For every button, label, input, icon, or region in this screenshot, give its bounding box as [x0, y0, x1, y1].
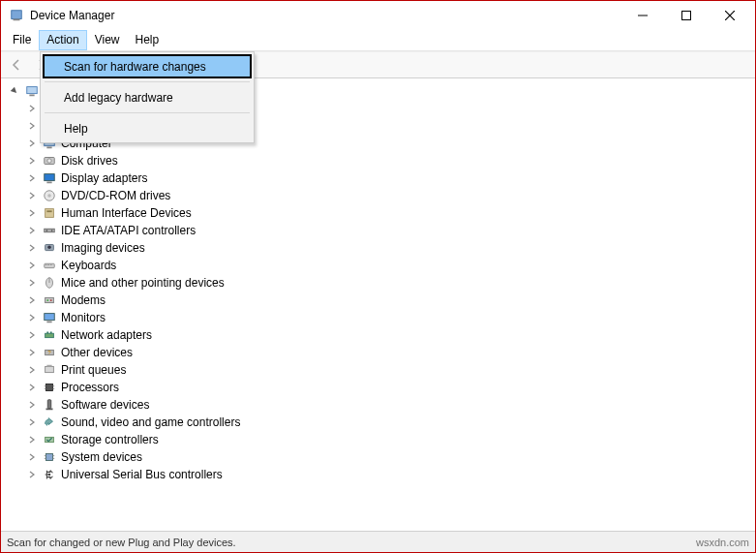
device-category-icon [42, 397, 57, 413]
expander-closed-icon[interactable] [26, 225, 38, 236]
tree-node[interactable]: ?Other devices [24, 344, 755, 361]
tree-node[interactable]: Display adapters [24, 169, 755, 187]
expander-closed-icon[interactable] [26, 172, 38, 184]
tree-node[interactable]: Universal Serial Bus controllers [24, 466, 755, 483]
tree-node[interactable]: Network adapters [24, 326, 755, 344]
tree-node[interactable]: Disk drives [24, 152, 755, 169]
tree-node-label: Storage controllers [61, 433, 159, 446]
tree-node-label: Imaging devices [61, 241, 145, 255]
svg-rect-48 [53, 388, 55, 389]
expander-closed-icon[interactable] [26, 329, 38, 341]
device-category-icon [42, 258, 57, 273]
computer-root-icon [24, 83, 40, 99]
menu-item-help[interactable]: Help [43, 116, 252, 140]
device-category-icon [42, 327, 57, 343]
tree-node-label: System devices [61, 450, 142, 464]
device-category-icon [42, 380, 57, 395]
tree-node-label: Processors [61, 381, 119, 394]
tree-node-label: Universal Serial Bus controllers [61, 468, 223, 481]
tree-node-label: Modems [61, 293, 106, 307]
titlebar: Device Manager [1, 1, 755, 30]
tree-node[interactable]: Print queues [24, 361, 755, 379]
menu-action[interactable]: Action [39, 30, 86, 50]
svg-rect-29 [50, 264, 52, 265]
minimize-button[interactable] [620, 2, 664, 29]
expander-closed-icon[interactable] [26, 190, 38, 201]
device-category-icon: ? [42, 345, 57, 360]
tree-node[interactable]: Imaging devices [24, 239, 755, 257]
tree-node[interactable]: Mice and other pointing devices [24, 274, 755, 292]
maximize-button[interactable] [664, 2, 708, 29]
tree-node[interactable]: System devices [24, 448, 755, 466]
expander-closed-icon[interactable] [26, 207, 38, 219]
menu-item-scan-hardware[interactable]: Scan for hardware changes [43, 54, 252, 78]
device-category-icon [42, 205, 57, 221]
back-button[interactable] [5, 53, 28, 77]
svg-point-25 [47, 245, 51, 249]
tree-node-label: DVD/CD-ROM drives [61, 189, 170, 202]
expander-closed-icon[interactable] [26, 103, 38, 114]
tree-node[interactable]: Processors [24, 379, 755, 396]
expander-closed-icon[interactable] [26, 312, 38, 323]
svg-rect-35 [45, 314, 55, 321]
tree-node[interactable]: Sound, video and game controllers [24, 414, 755, 431]
svg-rect-36 [46, 322, 51, 323]
tree-node[interactable]: Software devices [24, 396, 755, 414]
svg-rect-50 [46, 409, 53, 411]
device-category-icon [42, 415, 57, 430]
tree-node[interactable]: Modems [24, 292, 755, 309]
menu-item-label: Scan for hardware changes [64, 60, 206, 74]
menu-item-label: Help [64, 122, 88, 136]
device-category-icon [42, 170, 57, 186]
expander-closed-icon[interactable] [26, 294, 38, 306]
expander-closed-icon[interactable] [26, 260, 38, 271]
tree-node-label: Monitors [61, 311, 106, 324]
expander-closed-icon[interactable] [26, 347, 38, 358]
close-button[interactable] [708, 2, 751, 29]
tree-node[interactable]: Storage controllers [24, 431, 755, 448]
svg-rect-15 [45, 174, 55, 181]
statusbar: Scan for changed or new Plug and Play de… [1, 531, 755, 552]
menu-help[interactable]: Help [128, 30, 167, 50]
expander-closed-icon[interactable] [26, 382, 38, 393]
tree-node-label: IDE ATA/ATAPI controllers [61, 224, 196, 237]
tree-node-label: Print queues [61, 363, 126, 377]
tree-node[interactable]: Monitors [24, 309, 755, 326]
menu-separator [45, 81, 250, 82]
tree-node-label: Sound, video and game controllers [61, 415, 240, 429]
tree-node[interactable]: Human Interface Devices [24, 204, 755, 222]
expander-closed-icon[interactable] [26, 451, 38, 463]
expander-closed-icon[interactable] [26, 138, 38, 149]
svg-rect-1 [14, 19, 20, 21]
expander-closed-icon[interactable] [26, 469, 38, 480]
expander-closed-icon[interactable] [26, 399, 38, 411]
expander-closed-icon[interactable] [26, 120, 38, 132]
menu-view[interactable]: View [87, 30, 128, 50]
expander-closed-icon[interactable] [26, 364, 38, 376]
tree-node[interactable]: DVD/CD-ROM drives [24, 187, 755, 204]
svg-rect-44 [46, 384, 53, 391]
device-tree-pane[interactable]: BluetoothComputerDisk drivesDisplay adap… [1, 78, 755, 531]
menubar: File Action View Help [1, 30, 755, 51]
menu-item-add-legacy[interactable]: Add legacy hardware [43, 85, 252, 109]
expander-closed-icon[interactable] [26, 277, 38, 289]
svg-rect-32 [45, 297, 54, 302]
expander-closed-icon[interactable] [26, 155, 38, 167]
svg-rect-3 [681, 12, 690, 20]
svg-rect-27 [45, 264, 47, 265]
svg-rect-21 [45, 229, 55, 232]
svg-point-22 [46, 230, 48, 231]
tree-node[interactable]: Keyboards [24, 257, 755, 274]
menu-file[interactable]: File [5, 30, 39, 50]
svg-point-23 [51, 230, 53, 231]
expander-open-icon[interactable] [9, 85, 20, 97]
expander-closed-icon[interactable] [26, 434, 38, 445]
tree-node[interactable]: IDE ATA/ATAPI controllers [24, 222, 755, 239]
watermark: wsxdn.com [696, 537, 749, 548]
svg-rect-54 [53, 455, 55, 456]
expander-closed-icon[interactable] [26, 242, 38, 254]
svg-rect-6 [27, 87, 38, 94]
device-category-icon [42, 240, 57, 256]
svg-rect-47 [53, 385, 55, 386]
expander-closed-icon[interactable] [26, 416, 38, 428]
